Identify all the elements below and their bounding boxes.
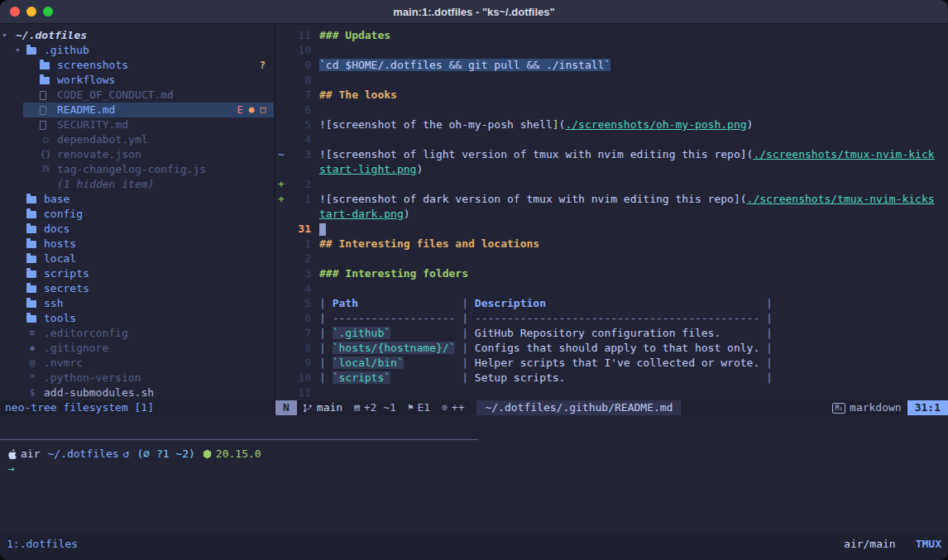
buffer-line[interactable]: 10 xyxy=(275,43,948,58)
git-sign: + xyxy=(275,192,289,207)
tree-item-secrets[interactable]: secrets xyxy=(0,281,274,296)
tree-item-label: .github xyxy=(44,43,89,58)
tree-item-ssh[interactable]: ssh xyxy=(0,296,274,311)
tree-item-config[interactable]: config xyxy=(0,207,274,222)
line-number: 6 xyxy=(289,103,311,117)
buffer-line[interactable]: 7| `.github` | GitHub Repository configu… xyxy=(275,326,948,341)
git-sign: ~ xyxy=(275,147,289,162)
text-segment: Path xyxy=(333,297,358,309)
folder-icon-shape xyxy=(26,226,36,233)
folder-icon xyxy=(26,315,41,323)
buffer-line[interactable]: 2 xyxy=(275,251,948,266)
buffer-line[interactable]: 10| `scripts` | Setup scripts. | xyxy=(275,371,948,385)
shell-pane[interactable]: air ~/.dotfiles ↺ (⌀ ?1 ~2) 20.15.0 → xyxy=(0,441,948,534)
buffer-line[interactable]: 4 xyxy=(275,281,948,296)
buffer-line[interactable]: tart-dark.png) xyxy=(275,207,948,222)
tree-item-.editorconfig[interactable]: ≡.editorconfig xyxy=(0,326,274,341)
buffer-line[interactable]: 8| `hosts/{hostname}/` | Configs that sh… xyxy=(275,341,948,356)
buffer-line[interactable]: 6| ------------------- | ---------------… xyxy=(275,311,948,326)
text-segment: ----------------------------------------… xyxy=(475,312,759,324)
tree-item-label: local xyxy=(44,251,76,266)
line-text: | `.github` | GitHub Repository configur… xyxy=(319,326,948,341)
tree-item-.github[interactable]: ▾.github xyxy=(0,43,274,58)
branch-name: main xyxy=(317,400,342,415)
chevron-down-icon[interactable]: ▾ xyxy=(0,28,13,43)
text-segment: Configs that should apply to that host o… xyxy=(475,342,766,354)
minimize-button[interactable] xyxy=(26,7,36,17)
buffer-line[interactable]: 6 xyxy=(275,103,948,117)
sign-column xyxy=(275,341,289,356)
tree-item-security.md[interactable]: SECURITY.md xyxy=(0,117,274,132)
tree-item-dependabot.yml[interactable]: ○dependabot.yml xyxy=(0,132,274,147)
folder-icon-shape xyxy=(26,270,36,278)
git-branch-section: main xyxy=(297,400,348,415)
tree-item-.nvmrc[interactable]: @.nvmrc xyxy=(0,356,274,371)
chevron-down-icon[interactable]: ▾ xyxy=(13,43,26,58)
tree-item-label: hosts xyxy=(44,237,76,251)
buffer-line[interactable]: 9| `local/bin` | Helper scripts that I'v… xyxy=(275,356,948,371)
tree-item-label: docs xyxy=(44,222,69,237)
lines-icon: ≡ xyxy=(26,326,41,341)
buffer-line[interactable]: 11### Updates xyxy=(275,28,948,43)
tree-item-tag-changelog-config.js[interactable]: JStag-changelog-config.js xyxy=(0,162,274,177)
node-segment: 20.15.0 xyxy=(203,447,261,462)
tree-item-workflows[interactable]: workflows xyxy=(0,73,274,88)
tree-item-.dotfiles[interactable]: ▾~/.dotfiles xyxy=(0,28,274,43)
buffer-line[interactable]: ~3![screenshot of light version of tmux … xyxy=(275,147,948,162)
tree-item-.gitignore[interactable]: ◆.gitignore xyxy=(0,341,274,356)
tmux-session-name: air/main xyxy=(844,538,896,550)
folder-icon-shape xyxy=(26,196,36,203)
tree-item-1-hidden-item[interactable]: (1 hidden item) xyxy=(0,177,274,192)
buffer-line[interactable]: 4 xyxy=(275,132,948,147)
tree-item-code-of-conduct.md[interactable]: CODE_OF_CONDUCT.md xyxy=(0,88,274,103)
tree-item-renovate.json[interactable]: {}renovate.json xyxy=(0,147,274,162)
buffer-line[interactable]: +1![screenshot of dark version of tmux w… xyxy=(275,192,948,207)
indent xyxy=(0,378,13,379)
text-segment: | xyxy=(319,297,333,309)
text-segment: Description xyxy=(475,297,546,309)
tree-item-hosts[interactable]: hosts xyxy=(0,237,274,251)
buffer-line[interactable]: 11 xyxy=(275,385,948,400)
shell-input-line[interactable]: → xyxy=(8,462,940,476)
text-segment: tart-dark.png xyxy=(319,208,404,220)
tree-item-label: (1 hidden item) xyxy=(57,177,154,192)
line-number xyxy=(289,162,311,177)
prompt-user: air xyxy=(21,447,40,462)
line-text xyxy=(319,43,948,58)
sign-column xyxy=(275,117,289,132)
tmux-window-tab[interactable]: 1:.dotfiles xyxy=(7,538,78,550)
line-text: | `scripts` | Setup scripts. | xyxy=(319,371,948,385)
sign-column xyxy=(275,222,289,237)
tmux-pane-border[interactable] xyxy=(0,439,948,441)
tree-item-base[interactable]: base xyxy=(0,192,274,207)
sign-column xyxy=(275,132,289,147)
tree-item-local[interactable]: local xyxy=(0,251,274,266)
buffer-line[interactable]: 31 xyxy=(275,222,948,237)
text-segment: Setup scripts. xyxy=(475,371,766,384)
tree-item-add-submodules.sh[interactable]: $add-submodules.sh xyxy=(0,385,274,400)
buffer-line[interactable]: 8 xyxy=(275,73,948,88)
buffer-line[interactable]: 9`cd $HOME/.dotfiles && git pull && ./in… xyxy=(275,58,948,73)
buffer-line[interactable]: +2 xyxy=(275,177,948,192)
tree-item-scripts[interactable]: scripts xyxy=(0,266,274,281)
buffer-line[interactable]: 5| Path | Description | xyxy=(275,296,948,311)
buffer-line[interactable]: 1## Interesting files and locations xyxy=(275,237,948,251)
buffer-line[interactable]: start-light.png) xyxy=(275,162,948,177)
tree-item-.python-version[interactable]: *.python-version xyxy=(0,371,274,385)
tree-item-readme.md[interactable]: README.mdE●□ xyxy=(0,103,274,117)
editor-window: 11### Updates109`cd $HOME/.dotfiles && g… xyxy=(275,24,948,415)
file-tree[interactable]: ▾~/.dotfiles▾.githubscreenshots?workflow… xyxy=(0,24,274,400)
tree-item-screenshots[interactable]: screenshots? xyxy=(0,58,274,73)
zoom-button[interactable] xyxy=(43,7,53,17)
editor-buffer[interactable]: 11### Updates109`cd $HOME/.dotfiles && g… xyxy=(275,24,948,400)
close-button[interactable] xyxy=(10,7,20,17)
buffer-line[interactable]: 3### Interesting folders xyxy=(275,266,948,281)
editor-statusline: N main ▤ +2 ~1 xyxy=(275,400,948,415)
tree-item-tools[interactable]: tools xyxy=(0,311,274,326)
sign-column xyxy=(275,58,289,73)
buffer-line[interactable]: 7## The looks xyxy=(275,88,948,103)
buffer-line[interactable]: 5![screenshot of the oh-my-posh shell](.… xyxy=(275,117,948,132)
line-text: start-light.png) xyxy=(319,162,948,177)
indent xyxy=(0,65,26,66)
tree-item-docs[interactable]: docs xyxy=(0,222,274,237)
